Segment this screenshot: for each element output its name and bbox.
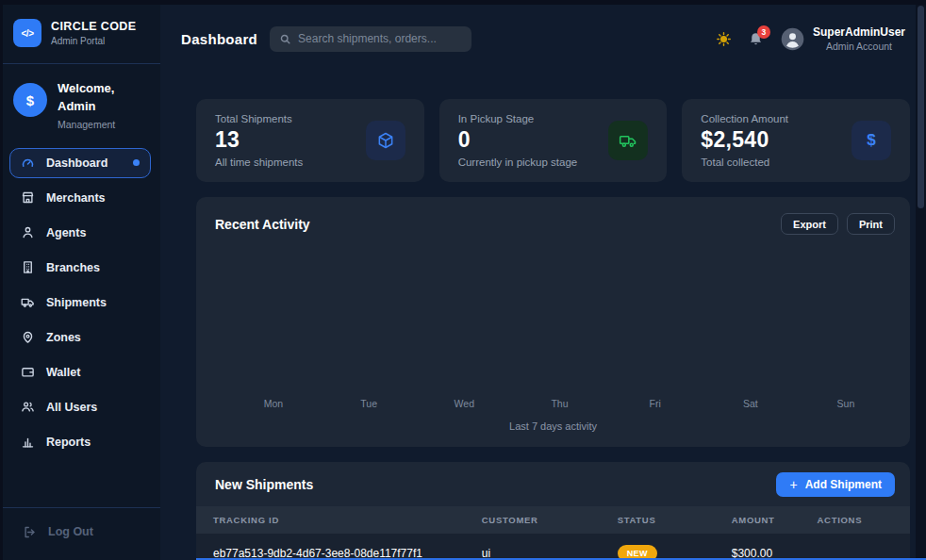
recent-activity-card: Recent Activity Export Print Mon Tue Wed… bbox=[196, 197, 910, 447]
shipments-title: New Shipments bbox=[215, 477, 313, 492]
sidebar: </> CIRCLE CODE Admin Portal $ Welcome, … bbox=[0, 0, 160, 560]
shipments-table: TRACKING ID CUSTOMER STATUS AMOUNT ACTIO… bbox=[196, 506, 910, 560]
x-tick: Thu bbox=[540, 398, 578, 409]
sidebar-item-agents[interactable]: Agents bbox=[9, 218, 151, 248]
shipments-header: New Shipments + Add Shipment bbox=[196, 462, 910, 506]
brand: </> CIRCLE CODE Admin Portal bbox=[0, 5, 160, 63]
chart-caption: Last 7 days activity bbox=[196, 420, 910, 432]
cell-customer: ui bbox=[482, 534, 618, 560]
code-icon: </> bbox=[13, 19, 41, 47]
stat-sub: All time shipments bbox=[215, 156, 303, 168]
sidebar-item-label: Branches bbox=[46, 261, 100, 274]
topbar: Dashboard 3 SuperAdminUser Admin Accou bbox=[160, 5, 926, 73]
brand-name: CIRCLE CODE bbox=[51, 20, 137, 33]
notifications-button[interactable]: 3 bbox=[748, 31, 764, 47]
sidebar-item-dashboard[interactable]: Dashboard bbox=[9, 148, 151, 178]
column-header-actions: ACTIONS bbox=[818, 506, 910, 534]
dollar-icon: $ bbox=[852, 121, 891, 160]
export-button[interactable]: Export bbox=[781, 213, 838, 235]
left-edge-strip bbox=[0, 0, 3, 560]
table-row[interactable]: eb77a513-9db2-4d67-3ee8-08de117f77f1 ui … bbox=[196, 534, 910, 560]
welcome-greeting-line1: Welcome, bbox=[58, 80, 115, 98]
plus-icon: + bbox=[789, 477, 797, 492]
column-header-customer: CUSTOMER bbox=[482, 506, 618, 534]
stat-value: $2,540 bbox=[701, 127, 788, 153]
sidebar-item-branches[interactable]: Branches bbox=[9, 253, 151, 283]
sidebar-item-label: Zones bbox=[46, 331, 81, 344]
sidebar-item-label: Agents bbox=[46, 226, 86, 239]
search-icon bbox=[279, 33, 291, 45]
stat-sub: Total collected bbox=[701, 156, 788, 168]
sidebar-item-all-users[interactable]: All Users bbox=[9, 392, 151, 422]
column-header-amount: AMOUNT bbox=[732, 506, 818, 534]
sidebar-item-label: Shipments bbox=[46, 296, 107, 309]
truck-icon bbox=[21, 295, 36, 310]
notification-badge: 3 bbox=[757, 25, 770, 39]
sidebar-item-wallet[interactable]: Wallet bbox=[9, 357, 151, 387]
sidebar-item-label: Merchants bbox=[46, 191, 106, 205]
app-root: </> CIRCLE CODE Admin Portal $ Welcome, … bbox=[0, 0, 926, 560]
activity-actions: Export Print bbox=[781, 213, 895, 235]
cell-amount: $300.00 bbox=[732, 534, 818, 560]
sidebar-item-shipments[interactable]: Shipments bbox=[9, 288, 151, 318]
users-icon bbox=[21, 400, 36, 415]
bar-chart-icon bbox=[21, 435, 36, 450]
cell-status: NEW bbox=[618, 534, 732, 560]
sidebar-bottom: Log Out bbox=[0, 507, 160, 560]
user-menu[interactable]: SuperAdminUser Admin Account bbox=[780, 25, 905, 52]
sidebar-item-label: Wallet bbox=[46, 366, 80, 379]
building-icon bbox=[21, 260, 36, 275]
logout-label: Log Out bbox=[48, 525, 93, 538]
stat-label: Total Shipments bbox=[215, 113, 303, 124]
scrollbar-track[interactable] bbox=[916, 0, 926, 560]
table-header-row: TRACKING ID CUSTOMER STATUS AMOUNT ACTIO… bbox=[196, 506, 910, 534]
chart-x-axis-labels: Mon Tue Wed Thu Fri Sat Sun bbox=[255, 398, 865, 409]
activity-header: Recent Activity Export Print bbox=[196, 197, 910, 235]
sidebar-item-label: Reports bbox=[46, 436, 91, 449]
sun-icon bbox=[716, 31, 732, 47]
sidebar-menu: Dashboard Merchants Agents Branches bbox=[0, 141, 160, 457]
user-name: SuperAdminUser bbox=[813, 25, 905, 39]
scrollbar-thumb[interactable] bbox=[918, 6, 924, 208]
logout-icon bbox=[23, 524, 38, 539]
wallet-icon bbox=[21, 365, 36, 380]
stat-value: 0 bbox=[458, 127, 578, 153]
theme-toggle-button[interactable] bbox=[716, 31, 732, 47]
dollar-avatar-icon: $ bbox=[13, 83, 47, 117]
x-tick: Mon bbox=[255, 398, 292, 409]
x-tick: Sat bbox=[732, 398, 769, 409]
active-dot bbox=[133, 159, 140, 166]
truck-icon bbox=[608, 121, 648, 160]
cell-actions bbox=[818, 534, 910, 560]
person-icon bbox=[21, 225, 36, 240]
column-header-tracking-id: TRACKING ID bbox=[196, 506, 482, 534]
storefront-icon bbox=[21, 190, 36, 206]
search-box[interactable] bbox=[270, 26, 471, 52]
gauge-icon bbox=[21, 156, 36, 171]
sidebar-item-zones[interactable]: Zones bbox=[9, 322, 151, 353]
topbar-right: 3 SuperAdminUser Admin Account bbox=[716, 25, 905, 52]
activity-title: Recent Activity bbox=[215, 217, 310, 232]
welcome-block: $ Welcome, Admin Management bbox=[0, 64, 160, 141]
x-tick: Fri bbox=[637, 398, 674, 409]
sidebar-item-reports[interactable]: Reports bbox=[9, 427, 151, 457]
sidebar-item-label: Dashboard bbox=[46, 156, 107, 170]
stat-card-total-shipments: Total Shipments 13 All time shipments bbox=[196, 99, 424, 182]
stat-card-collection-amount: Collection Amount $2,540 Total collected… bbox=[682, 99, 910, 182]
column-header-status: STATUS bbox=[618, 506, 732, 534]
page-title: Dashboard bbox=[181, 31, 257, 47]
stat-sub: Currently in pickup stage bbox=[458, 156, 578, 168]
sidebar-item-label: All Users bbox=[46, 401, 97, 414]
search-input[interactable] bbox=[298, 32, 462, 45]
user-role: Admin Account bbox=[813, 41, 905, 52]
add-shipment-button[interactable]: + Add Shipment bbox=[776, 472, 895, 497]
package-icon bbox=[366, 121, 405, 160]
stat-value: 13 bbox=[215, 127, 303, 153]
map-pin-icon bbox=[21, 330, 36, 345]
x-tick: Tue bbox=[350, 398, 388, 409]
sidebar-item-merchants[interactable]: Merchants bbox=[9, 183, 151, 213]
logout-button[interactable]: Log Out bbox=[0, 508, 160, 560]
print-button[interactable]: Print bbox=[847, 213, 895, 235]
stats-row: Total Shipments 13 All time shipments In… bbox=[196, 99, 910, 182]
cell-tracking-id: eb77a513-9db2-4d67-3ee8-08de117f77f1 bbox=[196, 534, 482, 560]
